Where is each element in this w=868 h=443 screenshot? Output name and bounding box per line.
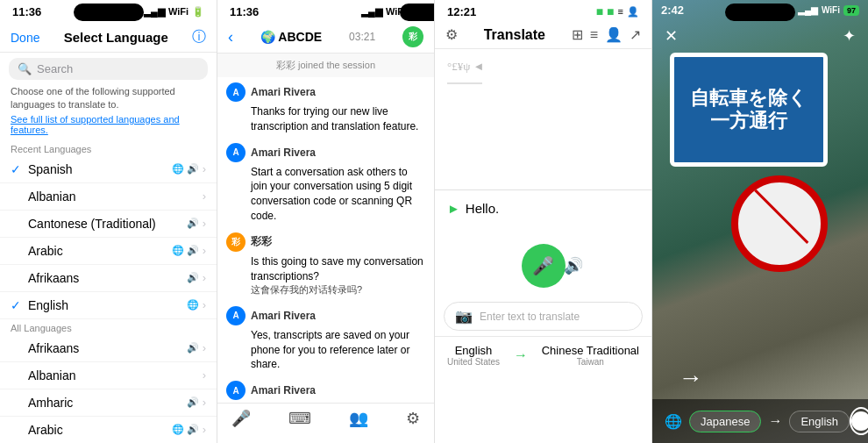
lang-icons: 🌐 🔊 <box>172 245 199 256</box>
camera-notch <box>725 4 795 21</box>
arrow-icon: → <box>768 413 782 429</box>
camera-time: 2:42 <box>661 4 684 17</box>
translate-result-area: ► Hello. <box>435 189 651 226</box>
camera-icon[interactable]: 📷 <box>455 308 473 325</box>
text-input-bar[interactable]: 📷 Enter text to translate <box>444 302 643 331</box>
share-icon[interactable]: ↗ <box>630 26 641 43</box>
lang-name: Afrikaans <box>28 271 187 285</box>
status-bar-2: 11:36 ▂▄▆ WiFi 🔋 <box>217 0 434 21</box>
camera-status-bar: 2:42 ▂▄▆ WiFi 97 <box>652 0 868 18</box>
recent-section-label: Recent Languages <box>0 140 217 156</box>
sender-name: 彩彩 <box>251 234 272 249</box>
all-section-label: All Languages <box>0 319 217 335</box>
info-icon[interactable]: ⓘ <box>192 28 206 46</box>
add-person-button[interactable]: 👥 <box>349 409 368 428</box>
language-arrow: → <box>514 347 528 363</box>
source-lang-name: English <box>447 344 500 357</box>
mic-button[interactable]: 🎤 <box>231 409 251 428</box>
recent-languages-list: ✓ Spanish 🌐 🔊 › Albanian › Cantonese (Tr… <box>0 156 217 319</box>
chat-body: A Amari Rivera Thanks for trying our new… <box>217 77 434 403</box>
lang-icons: 🔊 <box>187 342 199 354</box>
list-item[interactable]: Amharic 🔊 › <box>0 389 217 417</box>
list-item[interactable]: Albanian › <box>0 362 217 389</box>
list-item[interactable]: Cantonese (Traditional) 🔊 › <box>0 211 217 238</box>
panel1-title: Select Language <box>64 30 168 45</box>
shutter-button[interactable] <box>850 407 868 435</box>
time-3: 12:21 <box>447 5 476 18</box>
list-item[interactable]: Afrikaans 🔊 › <box>0 265 217 292</box>
toolbar: ⊞ ≡ 👤 ↗ <box>572 26 641 43</box>
search-placeholder: Search <box>37 62 73 75</box>
translate-panel: 12:21 ■ ■ ≡ 👤 ⚙ Translate ⊞ ≡ 👤 ↗ °£¥ψ ◄… <box>435 0 652 443</box>
session-name: 🌍 ABCDE <box>260 30 322 44</box>
sender-name: Amari Rivera <box>251 310 316 322</box>
lang-icons: 🔊 <box>187 218 199 229</box>
message-group: A Amari Rivera Start a conversation ask … <box>226 143 425 224</box>
lang-name: Afrikaans <box>28 341 187 355</box>
time-2: 11:36 <box>230 5 259 18</box>
chevron-icon: › <box>203 368 206 382</box>
back-button[interactable]: ‹ <box>228 28 233 46</box>
chevron-icon: › <box>203 396 206 409</box>
translate-icon: 🌐 <box>665 413 682 430</box>
grid-icon[interactable]: ⊞ <box>572 26 583 43</box>
camera-status-icons: ▂▄▆ WiFi 97 <box>798 5 859 16</box>
message-sender: A Amari Rivera <box>226 381 425 400</box>
target-language-pill[interactable]: English <box>789 411 850 432</box>
microphone-button[interactable]: 🎤 🔊 <box>522 244 566 288</box>
panel1-header: Done Select Language ⓘ <box>0 21 217 53</box>
lang-name: Cantonese (Traditional) <box>28 217 187 231</box>
helper-link[interactable]: See full list of supported languages and… <box>0 114 217 135</box>
check-icon: ✓ <box>11 298 23 312</box>
arrow-sign: ← <box>679 364 703 392</box>
lang-icons: 🌐 <box>187 299 199 311</box>
target-lang-name: Chinese Traditional <box>542 344 639 357</box>
status-bar-3: 12:21 ■ ■ ≡ 👤 <box>435 0 651 21</box>
session-info: 🌍 ABCDE <box>260 30 322 44</box>
time-1: 11:36 <box>12 5 41 18</box>
translate-title: Translate <box>484 27 545 43</box>
message-bubble: Is this going to save my conversation tr… <box>251 254 425 284</box>
lang-icons: 🔊 <box>187 272 199 283</box>
done-button[interactable]: Done <box>11 31 39 45</box>
close-button[interactable]: ✕ <box>665 26 678 46</box>
search-bar[interactable]: 🔍 Search <box>9 58 208 80</box>
search-icon: 🔍 <box>18 62 32 75</box>
list-item[interactable]: Albanian › <box>0 183 217 211</box>
source-language-pill[interactable]: Japanese <box>689 411 761 432</box>
person-icon[interactable]: 👤 <box>605 26 623 43</box>
keyboard-button[interactable]: ⌨ <box>288 409 311 428</box>
list-icon[interactable]: ≡ <box>590 27 598 43</box>
gear-icon[interactable]: ⚙ <box>445 26 458 43</box>
play-icon[interactable]: ► <box>447 201 460 216</box>
star-button[interactable]: ✦ <box>843 26 856 46</box>
lang-name: Arabic <box>28 244 172 258</box>
select-language-panel: 11:36 ▂▄▆ WiFi 🔋 Done Select Language ⓘ … <box>0 0 217 443</box>
list-item[interactable]: Afrikaans 🔊 › <box>0 335 217 362</box>
target-language[interactable]: Chinese Traditional Taiwan <box>542 344 639 367</box>
helper-text: Choose one of the following supported la… <box>0 85 217 112</box>
list-item[interactable]: ✓ English 🌐 › <box>0 292 217 319</box>
avatar: A <box>226 82 245 102</box>
source-language[interactable]: English United States <box>447 344 500 367</box>
chevron-icon: › <box>203 244 206 257</box>
message-group: A Amari Rivera After the conversation is… <box>226 381 425 403</box>
message-translation: 这會保存我的对话转录吗? <box>251 283 425 297</box>
source-text: °£¥ψ ◄ <box>447 60 639 74</box>
message-bubble: Yes, transcripts are saved on your phone… <box>251 328 425 372</box>
chevron-icon: › <box>203 189 206 203</box>
chevron-icon: › <box>203 298 206 311</box>
settings-button[interactable]: ⚙ <box>406 409 420 428</box>
sender-name: Amari Rivera <box>251 146 316 159</box>
lang-icons: 🌐 🔊 <box>172 424 199 435</box>
mic-area: 🎤 🔊 <box>435 226 651 297</box>
list-item[interactable]: Arabic 🌐 🔊 › <box>0 417 217 443</box>
translate-result: ► Hello. <box>447 201 639 216</box>
source-lang-country: United States <box>447 357 500 367</box>
list-item[interactable]: ✓ Spanish 🌐 🔊 › <box>0 156 217 183</box>
list-item[interactable]: Arabic 🌐 🔊 › <box>0 238 217 265</box>
avatar: 彩 <box>226 232 245 252</box>
chat-header: ‹ 🌍 ABCDE 03:21 彩 <box>217 21 434 54</box>
lang-name: Amharic <box>28 396 187 410</box>
message-sender: A Amari Rivera <box>226 143 425 162</box>
